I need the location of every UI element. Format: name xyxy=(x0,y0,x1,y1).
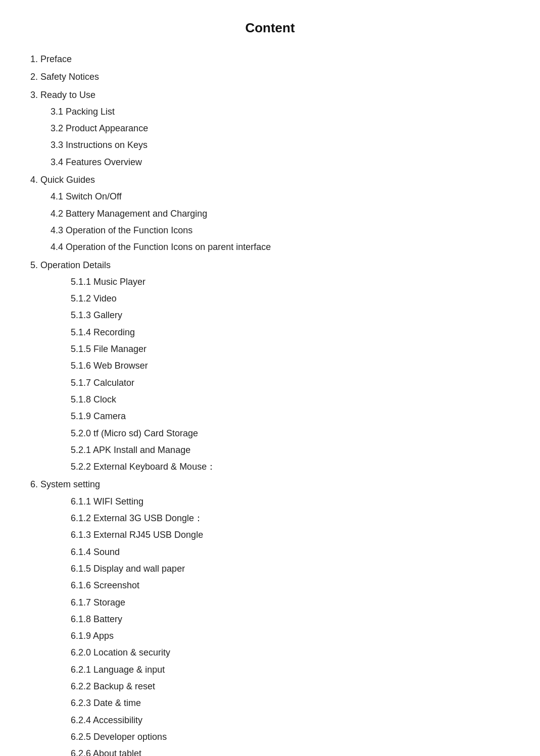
toc-item: 5.1.1 Music Player xyxy=(30,274,510,290)
toc-item: 6.1.9 Apps xyxy=(30,628,510,644)
toc-item: 5.1.3 Gallery xyxy=(30,307,510,324)
toc-item: 5.1.8 Clock xyxy=(30,391,510,408)
toc-item: 5.1.6 Web Browser xyxy=(30,358,510,374)
toc-item: 6.1.2 External 3G USB Dongle： xyxy=(30,510,510,527)
toc-item: 4.1 Switch On/Off xyxy=(30,188,510,205)
toc-item: 6.2.0 Location & security xyxy=(30,644,510,661)
toc-item: 4.3 Operation of the Function Icons xyxy=(30,222,510,239)
toc-item: 5.1.5 File Manager xyxy=(30,341,510,358)
toc-list: 1. Preface2. Safety Notices3. Ready to U… xyxy=(30,51,510,756)
toc-item: 5. Operation Details xyxy=(30,257,510,274)
toc-item: 3.4 Features Overview xyxy=(30,154,510,171)
toc-item: 3.1 Packing List xyxy=(30,104,510,120)
toc-item: 6.1.8 Battery xyxy=(30,611,510,628)
toc-item: 5.2.1 APK Install and Manage xyxy=(30,442,510,459)
toc-item: 6.1.3 External RJ45 USB Dongle xyxy=(30,527,510,543)
toc-item: 5.2.2 External Keyboard & Mouse： xyxy=(30,459,510,475)
toc-item: 2. Safety Notices xyxy=(30,69,510,85)
toc-item: 6.2.1 Language & input xyxy=(30,662,510,678)
toc-item: 6.2.2 Backup & reset xyxy=(30,678,510,695)
toc-item: 5.2.0 tf (Micro sd) Card Storage xyxy=(30,425,510,442)
toc-item: 4.4 Operation of the Function Icons on p… xyxy=(30,239,510,256)
toc-item: 6.1.1 WIFI Setting xyxy=(30,493,510,510)
toc-item: 4.2 Battery Management and Charging xyxy=(30,206,510,222)
toc-item: 1. Preface xyxy=(30,51,510,68)
toc-item: 6.2.5 Developer options xyxy=(30,729,510,745)
toc-item: 5.1.2 Video xyxy=(30,290,510,307)
toc-item: 5.1.4 Recording xyxy=(30,324,510,341)
page-title: Content xyxy=(30,20,510,36)
toc-item: 4. Quick Guides xyxy=(30,172,510,188)
toc-item: 6.2.4 Accessibility xyxy=(30,712,510,729)
toc-item: 5.1.7 Calculator xyxy=(30,375,510,391)
toc-item: 6.1.6 Screenshot xyxy=(30,577,510,594)
toc-item: 6.2.6 About tablet xyxy=(30,745,510,756)
page-container: Content 1. Preface2. Safety Notices3. Re… xyxy=(0,0,540,756)
toc-item: 6.1.7 Storage xyxy=(30,594,510,611)
toc-item: 6.1.4 Sound xyxy=(30,544,510,561)
toc-item: 5.1.9 Camera xyxy=(30,408,510,425)
toc-item: 6.1.5 Display and wall paper xyxy=(30,561,510,577)
toc-item: 6.2.3 Date & time xyxy=(30,695,510,712)
toc-item: 3. Ready to Use xyxy=(30,87,510,104)
toc-item: 3.2 Product Appearance xyxy=(30,120,510,137)
toc-item: 3.3 Instructions on Keys xyxy=(30,137,510,154)
toc-item: 6. System setting xyxy=(30,476,510,493)
